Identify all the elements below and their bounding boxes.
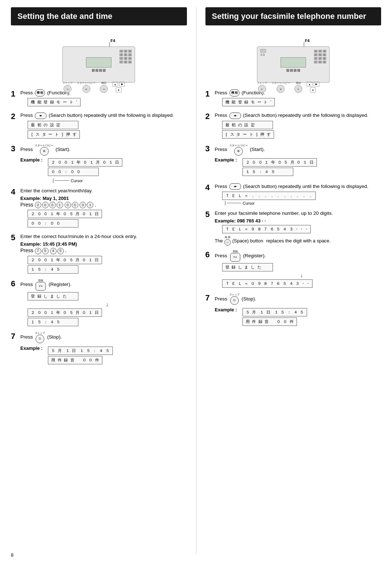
search-button-icon: ◂▸ xyxy=(35,112,46,119)
nav-up-left: ▲ xyxy=(112,82,118,87)
num-btn-5: ５ xyxy=(72,202,78,208)
step-text: Enter the correct hour/minute in a 24-ho… xyxy=(20,234,137,239)
step-content: Press 登録 F4 (Register). 登 録 し ま し た ↓ Ｔ … xyxy=(215,250,381,289)
step-text: Press ◂▸ (Search button) repeatedly unti… xyxy=(215,112,368,118)
num-btn-0: ０ xyxy=(42,202,49,208)
right-column: Setting your facsimile telephone number … xyxy=(205,7,381,554)
num-buttons-step4c: ０ １ xyxy=(79,202,93,208)
step4-press-row: Press ２ ０ ０ １ ０ ５ ０ １ xyxy=(20,202,187,208)
fax-bottom-left: ストップ ⊙ スタート/コピー ⊕ 機能 ✦ ▲ ▶ xyxy=(62,81,125,93)
cursor-line xyxy=(53,179,53,183)
nav-right-left: ▶ xyxy=(119,82,125,87)
function-button-icon-right: 機 能 xyxy=(229,89,240,97)
numpad-key: 8 xyxy=(124,57,127,60)
left-fax-illustration: F4 1 2 3 4 5 6 xyxy=(11,32,187,83)
space-text: (Space) button xyxy=(232,238,263,243)
start-copy-top-label-right: スタート/コピー xyxy=(229,144,248,147)
fax-btn-4 xyxy=(103,69,106,72)
stop-label-right: ストップ xyxy=(257,81,267,85)
numpad-key-r: 9 xyxy=(323,57,326,60)
start-copy-label-left: スタート/コピー xyxy=(77,81,95,85)
step5-display2-left: １ ５ ： ４ ５ xyxy=(28,265,78,274)
stop-btn-circle-right: ⊙ xyxy=(230,296,239,305)
register-btn-right: F4 xyxy=(230,253,240,262)
cursor-dash xyxy=(55,180,69,181)
cursor-dash-step4 xyxy=(227,203,241,203)
step-number: 1 xyxy=(11,90,19,98)
step-content: Press ◂▸ (Search button) repeatedly unti… xyxy=(215,183,381,205)
step2-display1-left: 最 初 の 設 定 xyxy=(28,121,78,129)
fax-btn-r1 xyxy=(286,69,289,72)
step-number: 3 xyxy=(205,145,213,153)
num-btn-1b: １ xyxy=(87,202,93,208)
function-btn-left: ✦ xyxy=(100,85,108,93)
search-button-icon-right: ◂▸ xyxy=(229,112,241,119)
left-step-3: 3 Press スタート/コピー ⊕ (Start). Example : ２ … xyxy=(11,144,187,183)
step-number: 4 xyxy=(11,188,19,196)
step-text: Press ストップ ⊙ (Stop). xyxy=(20,334,62,340)
start-copy-btn-right: ⊕ xyxy=(277,85,285,93)
press-label: Press xyxy=(20,147,34,152)
fax-numpad-left: 1 2 3 4 5 6 7 8 9 ＊ 0 # xyxy=(119,50,132,64)
numpad-key-r: 8 xyxy=(318,57,322,60)
example-label-step7: Example : xyxy=(20,345,46,351)
step-text: Enter the correct year/month/day. xyxy=(20,188,93,193)
right-step-6: 6 Press 登録 F4 (Register). 登 録 し ま し た ↓ … xyxy=(205,250,381,289)
stop-top-label-right: ストップ xyxy=(229,293,240,296)
fax-body-right: 画 質 1 2 3 4 5 6 xyxy=(257,46,330,83)
register-btn-wrapper-left: 登録 F4 xyxy=(35,279,46,291)
step-content: Press 登録 F4 (Register). 登 録 し ま し た ↓ ２ … xyxy=(20,279,187,327)
numpad-key-r: ＊ xyxy=(314,61,318,64)
step1-display-left: 機 能 登 録 モ ー ト゛ xyxy=(28,98,81,106)
step-text: Press ストップ ⊙ (Stop). xyxy=(215,296,257,302)
start-btn-wrapper-right: スタート/コピー ⊕ xyxy=(229,144,248,156)
page-container: Setting the date and time F4 1 2 xyxy=(0,0,392,565)
step7-display1-right: ５ 月 １ 日 １ ５ ： ４ ５ xyxy=(242,308,307,316)
right-header: Setting your facsimile telephone number xyxy=(205,7,381,25)
right-step-2: 2 Press ◂▸ (Search button) repeatedly un… xyxy=(205,112,381,139)
press-label: Press xyxy=(20,282,34,287)
right-step-5: 5 Enter your facsimile telephone number,… xyxy=(205,210,381,246)
step6-display2-left: ２ ０ ０ １ 年 ０ ５ 月 ０ １ 日 xyxy=(28,308,102,317)
step4-display2-left: ０ ０ ： ０ ０ xyxy=(28,219,78,228)
numpad-key-r: 5 xyxy=(318,53,322,56)
step-number: 5 xyxy=(11,234,19,242)
step-number: 2 xyxy=(205,112,213,120)
num-btn-7: ７ xyxy=(35,248,41,254)
register-text: (Register). xyxy=(243,253,266,258)
numpad-key: 4 xyxy=(119,53,123,56)
example-displays: ２ ０ ０ １ 年 ０ １ 月 ０ １ 日 ０ ０ ： ０ ０ xyxy=(48,157,122,177)
register-text: (Register). xyxy=(49,282,72,287)
numpad-key-r: 1 xyxy=(314,50,318,53)
left-step-5: 5 Enter the correct hour/minute in a 24-… xyxy=(11,233,187,275)
start-copy-btn-left: ⊕ xyxy=(82,85,90,93)
left-step-4: 4 Enter the correct year/month/day. Exam… xyxy=(11,187,187,229)
fax-btn-r4 xyxy=(297,69,300,72)
step3-display1-left: ２ ０ ０ １ 年 ０ １ 月 ０ １ 日 xyxy=(48,158,122,167)
step-content: Press スタート/コピー ⊕ (Start). Example : ２ ０ … xyxy=(215,144,381,179)
nav-right-right: ▶ xyxy=(314,82,319,87)
step-content: Press ストップ ⊙ (Stop). Example : ５ 月 １ 日 １… xyxy=(20,332,187,367)
step3-display2-right: １ ５ ： ４ ５ xyxy=(242,168,293,176)
example-displays-step3-right: ２ ０ ０ １ 年 ０ ５ 月 ０ １ 日 １ ５ ： ４ ５ xyxy=(242,157,317,177)
f4-label-left: F4 xyxy=(110,38,115,43)
numpad-key: # xyxy=(128,61,132,64)
press-label: Press xyxy=(215,184,229,189)
nav-down-right: ▼ xyxy=(310,87,316,93)
right-step-3: 3 Press スタート/コピー ⊕ (Start). Example : ２ … xyxy=(205,144,381,179)
search-text: (Search button) repeatedly until the fol… xyxy=(49,112,174,118)
period-text: . xyxy=(65,247,66,253)
right-fax-illustration: F4 画 質 1 2 xyxy=(205,32,381,83)
start-btn-circle-right: ⊕ xyxy=(234,147,243,156)
step5-display1-left: ２ ０ ０ １ 年 ０ ５ 月 ０ １ 日 xyxy=(28,256,102,264)
stop-btn-circle-left: ⊙ xyxy=(36,335,44,343)
nav-down-left: ▼ xyxy=(116,87,122,93)
fax-buttons-right xyxy=(286,69,300,72)
step1-display-right: 機 能 登 録 モ ー ト゛ xyxy=(222,98,275,106)
left-header: Setting the date and time xyxy=(11,7,187,25)
example-label-step3-right: Example : xyxy=(215,157,240,163)
fax-bottom-right: ストップ ⊙ スタート/コピー ⊕ 機能 ✦ ▲ ▶ xyxy=(257,81,319,93)
numpad-key-r: 6 xyxy=(323,53,326,56)
press-label: Press xyxy=(20,247,35,253)
num-buttons-step5b: ４ ５ xyxy=(50,248,64,254)
